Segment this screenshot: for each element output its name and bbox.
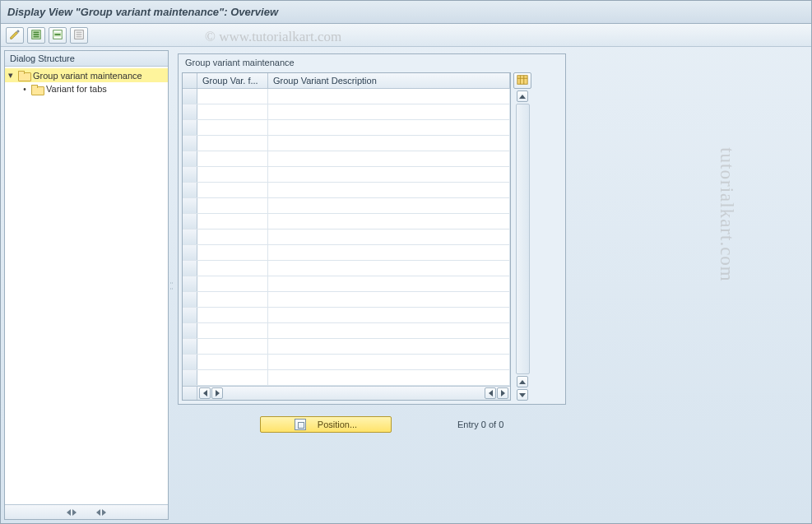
- configure-columns-button[interactable]: [513, 72, 531, 89]
- cell-group-var[interactable]: [197, 245, 268, 260]
- cell-group-var[interactable]: [197, 167, 268, 182]
- select-block-button[interactable]: [49, 27, 67, 44]
- cell-description[interactable]: [268, 230, 510, 244]
- cell-group-var[interactable]: [197, 370, 268, 385]
- column-header-group-var[interactable]: Group Var. f...: [197, 73, 268, 88]
- row-header[interactable]: [183, 276, 197, 291]
- tree-node-variant-for-tabs[interactable]: • Variant for tabs: [5, 82, 168, 95]
- row-header[interactable]: [183, 183, 197, 197]
- cell-description[interactable]: [268, 198, 510, 213]
- cell-description[interactable]: [268, 214, 510, 229]
- cell-group-var[interactable]: [197, 230, 268, 244]
- tree-hscroll[interactable]: [5, 504, 168, 519]
- cell-group-var[interactable]: [197, 323, 268, 338]
- table-row[interactable]: [183, 214, 510, 230]
- row-header[interactable]: [183, 198, 197, 213]
- cell-description[interactable]: [268, 370, 510, 385]
- tree-scroll-left-icon[interactable]: [67, 509, 71, 516]
- cell-description[interactable]: [268, 292, 510, 307]
- cell-description[interactable]: [268, 339, 510, 354]
- grid-hscroll[interactable]: [183, 386, 510, 400]
- cell-description[interactable]: [268, 323, 510, 338]
- row-header[interactable]: [183, 245, 197, 260]
- row-header[interactable]: [183, 261, 197, 276]
- row-header[interactable]: [183, 136, 197, 151]
- table-row[interactable]: [183, 308, 510, 323]
- cell-group-var[interactable]: [197, 339, 268, 354]
- cell-group-var[interactable]: [197, 355, 268, 369]
- grid-scroll-right-end-button[interactable]: [497, 387, 508, 399]
- tree-node-group-variant-maintenance[interactable]: ▾ Group variant maintenance: [5, 68, 168, 82]
- cell-description[interactable]: [268, 167, 510, 182]
- table-row[interactable]: [183, 339, 510, 355]
- cell-group-var[interactable]: [197, 151, 268, 166]
- grid-scroll-up-button[interactable]: [517, 90, 528, 102]
- row-header[interactable]: [183, 292, 197, 307]
- table-row[interactable]: [183, 292, 510, 308]
- grid-vscroll-track[interactable]: [516, 104, 530, 374]
- grid-body[interactable]: [183, 89, 510, 386]
- cell-group-var[interactable]: [197, 261, 268, 276]
- row-header[interactable]: [183, 214, 197, 229]
- table-row[interactable]: [183, 89, 510, 104]
- row-header[interactable]: [183, 151, 197, 166]
- cell-description[interactable]: [268, 355, 510, 369]
- row-header[interactable]: [183, 308, 197, 322]
- cell-group-var[interactable]: [197, 276, 268, 291]
- cell-group-var[interactable]: [197, 120, 268, 135]
- row-header[interactable]: [183, 167, 197, 182]
- table-row[interactable]: [183, 151, 510, 167]
- cell-group-var[interactable]: [197, 292, 268, 307]
- cell-description[interactable]: [268, 104, 510, 119]
- table-row[interactable]: [183, 230, 510, 245]
- grid-scroll-down-dbl-top[interactable]: [517, 376, 528, 387]
- cell-description[interactable]: [268, 151, 510, 166]
- cell-group-var[interactable]: [197, 183, 268, 197]
- cell-group-var[interactable]: [197, 136, 268, 151]
- table-row[interactable]: [183, 245, 510, 261]
- grid-scroll-right-button[interactable]: [211, 387, 223, 399]
- grid-scroll-left-button[interactable]: [199, 387, 211, 399]
- cell-group-var[interactable]: [197, 198, 268, 213]
- tree-scroll-left-end-icon[interactable]: [96, 509, 100, 516]
- cell-group-var[interactable]: [197, 214, 268, 229]
- table-row[interactable]: [183, 323, 510, 339]
- tree-scroll-right-end-icon[interactable]: [102, 509, 106, 516]
- row-header[interactable]: [183, 323, 197, 338]
- cell-group-var[interactable]: [197, 104, 268, 119]
- position-button[interactable]: Position...: [260, 416, 392, 433]
- table-row[interactable]: [183, 198, 510, 214]
- cell-description[interactable]: [268, 136, 510, 151]
- table-row[interactable]: [183, 261, 510, 276]
- dialog-structure-tree[interactable]: ▾ Group variant maintenance • Variant fo…: [5, 67, 168, 504]
- expand-arrow-icon[interactable]: ▾: [8, 70, 15, 81]
- cell-description[interactable]: [268, 308, 510, 322]
- row-header[interactable]: [183, 355, 197, 369]
- toggle-display-change-button[interactable]: [6, 27, 24, 44]
- row-header[interactable]: [183, 89, 197, 104]
- column-header-description[interactable]: Group Variant Description: [268, 73, 510, 88]
- table-row[interactable]: [183, 355, 510, 370]
- table-row[interactable]: [183, 276, 510, 292]
- table-row[interactable]: [183, 120, 510, 136]
- cell-group-var[interactable]: [197, 89, 268, 104]
- cell-description[interactable]: [268, 261, 510, 276]
- cell-description[interactable]: [268, 245, 510, 260]
- grid-corner[interactable]: [183, 73, 197, 88]
- table-row[interactable]: [183, 136, 510, 151]
- table-row[interactable]: [183, 183, 510, 198]
- cell-description[interactable]: [268, 89, 510, 104]
- select-all-button[interactable]: [27, 27, 45, 44]
- cell-description[interactable]: [268, 183, 510, 197]
- table-row[interactable]: [183, 167, 510, 183]
- cell-group-var[interactable]: [197, 308, 268, 322]
- table-row[interactable]: [183, 104, 510, 120]
- cell-description[interactable]: [268, 120, 510, 135]
- row-header[interactable]: [183, 339, 197, 354]
- variant-grid[interactable]: Group Var. f... Group Variant Descriptio…: [182, 72, 511, 401]
- row-header[interactable]: [183, 230, 197, 244]
- row-header[interactable]: [183, 370, 197, 385]
- cell-description[interactable]: [268, 276, 510, 291]
- table-row[interactable]: [183, 370, 510, 386]
- grid-scroll-down-button[interactable]: [517, 389, 528, 401]
